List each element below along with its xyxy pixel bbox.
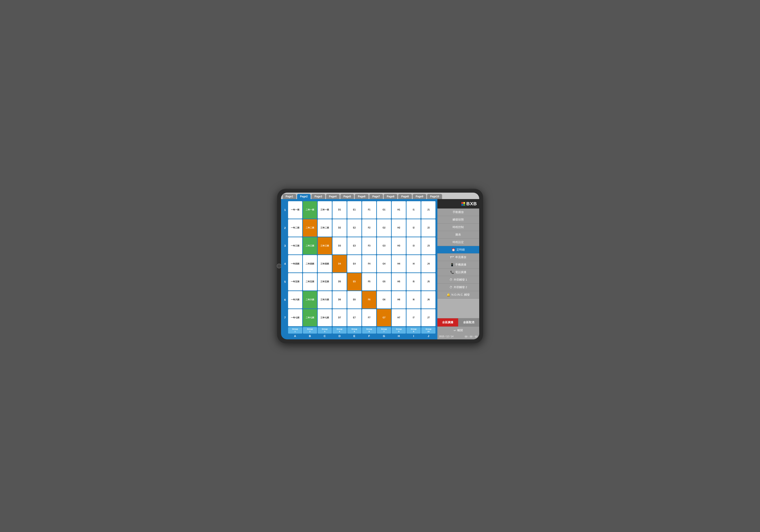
cell-7h[interactable]: H7 [392, 309, 406, 326]
group-2[interactable]: Group2 [303, 327, 317, 334]
cell-4e[interactable]: E4 [347, 255, 361, 272]
btn-cancel-all[interactable]: 全區取消 [458, 318, 479, 326]
btn-chart[interactable]: 圖表 [437, 231, 479, 239]
cell-7f[interactable]: F7 [362, 309, 376, 326]
cell-5e[interactable]: E5 [347, 273, 361, 290]
cell-4c[interactable]: 三年四班 [318, 255, 332, 272]
cell-7c[interactable]: 三年七班 [318, 309, 332, 326]
cell-3b[interactable]: 二年三班 [303, 237, 317, 255]
cell-5h[interactable]: H5 [392, 273, 406, 290]
tab-page9[interactable]: Page9 [413, 194, 426, 199]
cell-6d[interactable]: D6 [332, 291, 347, 309]
tab-page4[interactable]: Page4 [326, 194, 340, 199]
cell-1i[interactable]: I1 [406, 201, 421, 218]
cell-1g[interactable]: G1 [377, 201, 391, 218]
cell-6e[interactable]: E6 [347, 291, 361, 309]
btn-exit[interactable]: ↩ 離開 [437, 326, 479, 334]
btn-schedule-setting[interactable]: 時程設定 [437, 239, 479, 246]
group-4[interactable]: Group4 [332, 327, 347, 334]
tab-page3[interactable]: Page3 [311, 194, 325, 199]
cell-6c[interactable]: 三年六班 [318, 291, 332, 309]
group-3[interactable]: Group3 [318, 327, 332, 334]
cell-5b[interactable]: 二年五班 [303, 273, 317, 290]
tab-page10[interactable]: Page10 [427, 194, 442, 199]
btn-all-broadcast[interactable]: 全區廣播 [437, 318, 458, 326]
group-6[interactable]: Group6 [362, 327, 376, 334]
cell-4a[interactable]: 一年四班 [288, 255, 302, 272]
cell-2d[interactable]: D2 [332, 219, 347, 237]
group-8[interactable]: Group8 [392, 327, 406, 334]
group-9[interactable]: Group9 [406, 327, 421, 334]
cell-6i[interactable]: I6 [406, 291, 421, 309]
cell-2f[interactable]: F2 [362, 219, 376, 237]
tab-page8a[interactable]: Page8 [384, 194, 397, 199]
cell-7b[interactable]: 二年七班 [303, 309, 317, 326]
btn-manual-play[interactable]: 手動播放 [437, 209, 479, 216]
cell-6h[interactable]: H6 [392, 291, 406, 309]
tab-page1[interactable]: Page1 [283, 194, 296, 199]
tab-page5[interactable]: Page5 [340, 194, 354, 199]
cell-5a[interactable]: 一年五班 [288, 273, 302, 290]
cell-3h[interactable]: H3 [392, 237, 406, 255]
btn-timer-clock[interactable]: ⏰ 定時鐘 [437, 246, 479, 254]
cell-4h[interactable]: H4 [392, 255, 406, 272]
group-1[interactable]: Group1 [288, 327, 302, 334]
cell-7g[interactable]: G7 [377, 309, 391, 326]
btn-stream-play[interactable]: TCP 串流播放 [437, 254, 479, 261]
cell-3e[interactable]: E3 [347, 237, 361, 255]
cell-5c[interactable]: 三年五班 [318, 273, 332, 290]
cell-2a[interactable]: 一年二班 [288, 219, 302, 237]
btn-schedule-control[interactable]: 時程控制 [437, 223, 479, 231]
btn-ext-trigger-2[interactable]: ⏱ 外部觸發 2 [437, 284, 479, 291]
tab-page6[interactable]: Page6 [355, 194, 368, 199]
cell-2c[interactable]: 三年二班 [318, 219, 332, 237]
cell-3c[interactable]: 三年三班 [318, 237, 332, 255]
cell-7j[interactable]: J7 [421, 309, 436, 326]
btn-mobile-broadcast[interactable]: 📱 手機廣播 [437, 261, 479, 268]
btn-phone-broadcast[interactable]: 📞 電話廣播 [437, 268, 479, 276]
cell-3f[interactable]: F3 [362, 237, 376, 255]
cell-3j[interactable]: J3 [421, 237, 436, 255]
btn-trigger-status[interactable]: 觸發狀態 [437, 216, 479, 223]
cell-3d[interactable]: D3 [332, 237, 347, 255]
cell-4j[interactable]: J4 [421, 255, 436, 272]
cell-6g[interactable]: G6 [377, 291, 391, 309]
cell-5i[interactable]: I5 [406, 273, 421, 290]
cell-2g[interactable]: G2 [377, 219, 391, 237]
tab-page2[interactable]: Page2 [297, 194, 310, 199]
cell-1a[interactable]: 一年一班 [288, 201, 302, 218]
cell-1h[interactable]: H1 [392, 201, 406, 218]
cell-3i[interactable]: I3 [406, 237, 421, 255]
home-button[interactable] [277, 264, 281, 268]
group-5[interactable]: Group5 [347, 327, 361, 334]
cell-4g[interactable]: G4 [377, 255, 391, 272]
group-10[interactable]: Group10 [421, 327, 436, 334]
cell-6j[interactable]: J6 [421, 291, 436, 309]
cell-5j[interactable]: J5 [421, 273, 436, 290]
cell-6f[interactable]: F6 [362, 291, 376, 309]
tab-page8b[interactable]: Page8 [398, 194, 412, 199]
cell-4d[interactable]: D4 [332, 255, 347, 272]
cell-7a[interactable]: 一年七班 [288, 309, 302, 326]
cell-2i[interactable]: I2 [406, 219, 421, 237]
group-7[interactable]: Group7 [377, 327, 391, 334]
cell-7d[interactable]: D7 [332, 309, 347, 326]
cell-1e[interactable]: E1 [347, 201, 361, 218]
cell-3a[interactable]: 一年三班 [288, 237, 302, 255]
cell-7e[interactable]: E7 [347, 309, 361, 326]
cell-6b[interactable]: 二年六班 [303, 291, 317, 309]
cell-1d[interactable]: D1 [332, 201, 347, 218]
cell-1b[interactable]: 二年一班 [303, 201, 317, 218]
btn-no-nc-trigger[interactable]: 🔔 N.O./N.C. 觸發 [437, 291, 479, 299]
cell-1j[interactable]: J1 [421, 201, 436, 218]
tab-page7[interactable]: Page7 [369, 194, 383, 199]
cell-3g[interactable]: G3 [377, 237, 391, 255]
cell-2j[interactable]: J2 [421, 219, 436, 237]
cell-4f[interactable]: F4 [362, 255, 376, 272]
cell-5f[interactable]: F5 [362, 273, 376, 290]
cell-2e[interactable]: E2 [347, 219, 361, 237]
cell-5d[interactable]: D5 [332, 273, 347, 290]
cell-7i[interactable]: I7 [406, 309, 421, 326]
cell-1c[interactable]: 三年一班 [318, 201, 332, 218]
cell-5g[interactable]: G5 [377, 273, 391, 290]
